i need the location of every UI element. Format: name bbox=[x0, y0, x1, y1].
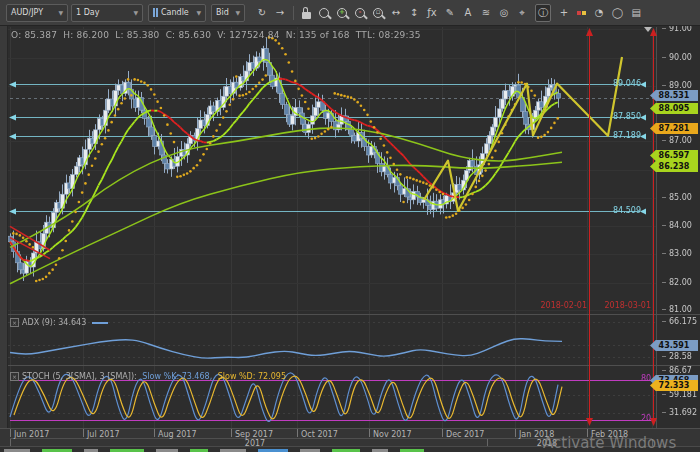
info-cursor-icon[interactable]: ⓘ bbox=[535, 4, 551, 22]
chart-toolbar: AUD/JPY ▼ 1 Day ▼ Candle ▼ Bid ▼ ↻→+-▫↔↕… bbox=[0, 0, 700, 26]
adx-checkbox[interactable]: × bbox=[10, 318, 19, 327]
price-axis-tick: 85.00 bbox=[662, 193, 692, 202]
jump-to-end-icon[interactable]: → bbox=[275, 5, 285, 21]
month-tick bbox=[83, 429, 84, 437]
chevron-down-icon: ▼ bbox=[235, 9, 240, 16]
vertical-scale-icon[interactable]: ↕ bbox=[409, 5, 419, 21]
toolbar-divider bbox=[293, 6, 294, 20]
lock-icon[interactable] bbox=[302, 12, 311, 19]
price-mode-select[interactable]: Bid ▼ bbox=[211, 4, 245, 22]
price-axis-tick: 83.00 bbox=[662, 249, 692, 258]
sync-icon[interactable]: ↻ bbox=[257, 5, 267, 21]
draw-tool-icon[interactable]: ✎ bbox=[445, 5, 455, 21]
month-tick bbox=[10, 429, 11, 437]
price-badge: 88.095 bbox=[650, 103, 698, 114]
year-tick bbox=[10, 439, 11, 446]
save-icon[interactable]: ▤ bbox=[631, 5, 641, 21]
vline-date-label: 2018-03-01 bbox=[605, 301, 652, 310]
left-panel-handle[interactable] bbox=[0, 26, 8, 446]
stoch-indicator-label: × STOCH (5, 3[SMA], 3 [SMA]): Slow %K: 7… bbox=[10, 372, 286, 381]
stoch-k-value: Slow %K: 73.468, bbox=[142, 372, 212, 381]
price-badge: 86.238 bbox=[650, 161, 698, 172]
month-tick bbox=[231, 429, 232, 437]
price-badge: 87.281 bbox=[650, 123, 698, 134]
price-axis-tick: 90.00 bbox=[662, 53, 692, 62]
price-axis-tick: 66.175 bbox=[662, 317, 697, 326]
price-axis-tick: 89.00 bbox=[662, 81, 692, 90]
timeframe-value: 1 Day bbox=[76, 8, 99, 17]
visibility-icon[interactable]: ◎ bbox=[499, 5, 509, 21]
chevron-down-icon: ▼ bbox=[58, 9, 63, 16]
price-level-label: 87.189 bbox=[613, 131, 641, 140]
zoom-in-icon[interactable]: + bbox=[337, 8, 347, 18]
price-badge: 88.531 bbox=[650, 90, 698, 101]
chart-type-select[interactable]: Candle ▼ bbox=[148, 4, 206, 22]
shapes-icon[interactable]: ◔ bbox=[594, 5, 604, 21]
pointer-icon[interactable]: ⌖ bbox=[517, 5, 527, 21]
month-label: Aug 2017 bbox=[158, 430, 197, 439]
stoch-d-value: Slow %D: 72.095 bbox=[215, 372, 286, 381]
adx-label-text: ADX (9): 34.643 bbox=[22, 318, 86, 327]
timeframe-select[interactable]: 1 Day ▼ bbox=[71, 4, 143, 22]
price-level-label: 87.850 bbox=[613, 112, 641, 121]
ohlc-readout: O: 85.387 H: 86.200 L: 85.380 C: 85.630 … bbox=[11, 30, 421, 40]
price-axis-tick: 28.58 bbox=[662, 352, 692, 361]
price-axis-tick: 59.181 bbox=[662, 390, 697, 399]
colors-icon[interactable] bbox=[577, 11, 586, 15]
price-axis-tick: 82.00 bbox=[662, 278, 692, 287]
stoch-label-text: STOCH (5, 3[SMA], 3 [SMA]): bbox=[22, 372, 139, 381]
chart-canvas[interactable] bbox=[0, 0, 700, 452]
horizontal-scale-icon[interactable]: ↔ bbox=[391, 5, 401, 21]
toolbar-icons: ↻→+-▫↔↕ƒx✎A≋◎⌖ⓘ+◔◯▤ bbox=[257, 4, 641, 22]
zoom-out-icon[interactable]: - bbox=[355, 8, 365, 18]
month-label: Sep 2017 bbox=[235, 430, 273, 439]
text-tool-icon[interactable]: A bbox=[463, 5, 473, 21]
month-label: Nov 2017 bbox=[373, 430, 412, 439]
stoch-level-label: 20 bbox=[641, 414, 651, 423]
chart-type-value: Candle bbox=[161, 8, 189, 17]
price-level-label: 84.509 bbox=[613, 206, 641, 215]
ellipse-icon[interactable]: ◯ bbox=[612, 5, 623, 21]
indicators-icon[interactable]: ƒx bbox=[427, 5, 437, 21]
month-label: Dec 2017 bbox=[446, 430, 484, 439]
candle-type-icon bbox=[153, 8, 158, 17]
price-axis-tick: 84.00 bbox=[662, 221, 692, 230]
symbol-value: AUD/JPY bbox=[11, 8, 43, 17]
month-label: Jun 2017 bbox=[14, 430, 49, 439]
price-mode-value: Bid bbox=[216, 8, 229, 17]
year-tick bbox=[487, 439, 488, 446]
price-axis-tick: 81.00 bbox=[662, 305, 692, 314]
trading-chart-window: AUD/JPY ▼ 1 Day ▼ Candle ▼ Bid ▼ ↻→+-▫↔↕… bbox=[0, 0, 700, 452]
price-badge: 43.591 bbox=[650, 340, 698, 351]
price-axis-tick: 86.67 bbox=[662, 366, 692, 375]
activate-windows-watermark: Activate Windows bbox=[543, 434, 676, 452]
price-level-label: 89.046 bbox=[613, 79, 641, 88]
month-label: Oct 2017 bbox=[301, 430, 338, 439]
stoch-checkbox[interactable]: × bbox=[10, 372, 19, 381]
price-axis-tick: 31.692 bbox=[662, 408, 697, 417]
month-tick bbox=[515, 429, 516, 437]
chevron-down-icon: ▼ bbox=[196, 9, 201, 16]
zoom-area-icon[interactable]: ▫ bbox=[373, 8, 383, 18]
adx-line-sample bbox=[92, 322, 108, 324]
price-badge: 72.333 bbox=[650, 380, 698, 391]
month-label: Jul 2017 bbox=[87, 430, 120, 439]
price-axis-tick: 87.00 bbox=[662, 136, 692, 145]
objects-icon[interactable]: ≋ bbox=[481, 5, 491, 21]
vline-date-label: 2018-02-01 bbox=[541, 301, 588, 310]
adx-indicator-label: × ADX (9): 34.643 bbox=[10, 318, 108, 327]
month-tick bbox=[154, 429, 155, 437]
zoom-search-icon[interactable] bbox=[319, 8, 329, 18]
price-badge: 86.597 bbox=[650, 150, 698, 161]
crosshair-icon[interactable]: + bbox=[559, 5, 569, 21]
month-tick bbox=[442, 429, 443, 437]
symbol-select[interactable]: AUD/JPY ▼ bbox=[6, 4, 68, 22]
chevron-down-icon: ▼ bbox=[133, 9, 138, 16]
month-tick bbox=[297, 429, 298, 437]
stoch-level-label: 80 bbox=[641, 374, 651, 383]
month-tick bbox=[369, 429, 370, 437]
